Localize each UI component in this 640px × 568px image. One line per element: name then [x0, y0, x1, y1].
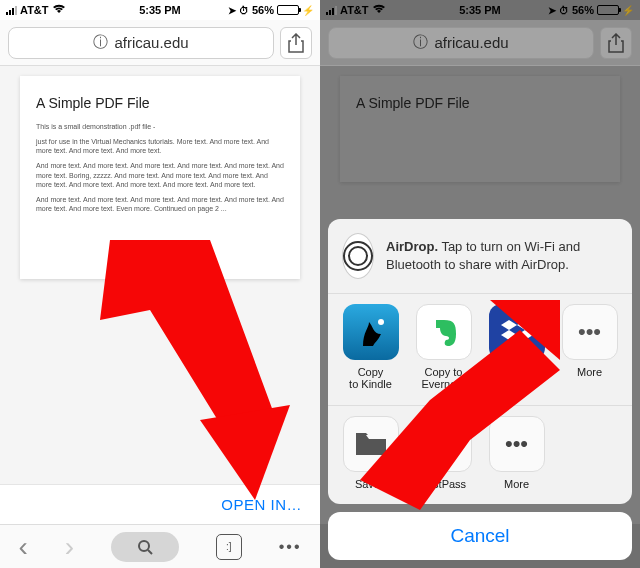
- doc-para: And more text. And more text. And more t…: [36, 195, 284, 213]
- doc-para: just for use in the Virtual Mechanics tu…: [36, 137, 284, 155]
- airdrop-text: AirDrop. Tap to turn on Wi-Fi and Blueto…: [386, 238, 618, 273]
- lastpass-icon: •••|: [416, 416, 472, 472]
- airdrop-icon: [342, 233, 374, 279]
- address-bar[interactable]: ⓘ africau.edu: [8, 27, 274, 59]
- share-actions-row[interactable]: Save t •••| LastPass ••• More: [328, 405, 632, 504]
- airdrop-row[interactable]: AirDrop. Tap to turn on Wi-Fi and Blueto…: [328, 219, 632, 293]
- share-sheet-card: AirDrop. Tap to turn on Wi-Fi and Blueto…: [328, 219, 632, 504]
- doc-para: And more text. And more text. And more t…: [36, 161, 284, 188]
- share-icon: [288, 33, 304, 53]
- kindle-icon: [343, 304, 399, 360]
- action-more[interactable]: ••• More: [482, 416, 552, 490]
- svg-point-0: [139, 541, 149, 551]
- share-sheet: AirDrop. Tap to turn on Wi-Fi and Blueto…: [328, 219, 632, 560]
- back-button[interactable]: ‹: [18, 531, 27, 563]
- cancel-label: Cancel: [450, 525, 509, 546]
- share-app-dropbox[interactable]: Copy toDropbox: [482, 304, 552, 391]
- left-phone: AT&T 5:35 PM ➤ ⏱ 56% ⚡ ⓘ africau.edu A S…: [0, 0, 320, 568]
- share-app-kindle[interactable]: Copyto Kindle: [336, 304, 406, 391]
- page-content[interactable]: A Simple PDF File This is a small demons…: [0, 66, 320, 524]
- bottom-toolbar: ‹ › :] •••: [0, 524, 320, 568]
- status-bar: AT&T 5:35 PM ➤ ⏱ 56% ⚡: [0, 0, 320, 20]
- svg-marker-7: [501, 330, 517, 340]
- share-app-label: Copy toDropbox: [496, 366, 538, 391]
- share-app-label: Copyto Kindle: [349, 366, 392, 391]
- svg-marker-5: [501, 320, 517, 330]
- site-info-icon[interactable]: ⓘ: [93, 33, 108, 52]
- share-button[interactable]: [280, 27, 312, 59]
- doc-para: This is a small demonstration .pdf file …: [36, 122, 284, 131]
- open-in-bar[interactable]: OPEN IN…: [0, 484, 320, 524]
- cancel-button[interactable]: Cancel: [328, 512, 632, 560]
- battery-icon: [277, 5, 299, 15]
- share-apps-row[interactable]: Copyto Kindle Copy toEvernote Copy toDro…: [328, 293, 632, 405]
- svg-point-4: [378, 319, 384, 325]
- folder-icon: [343, 416, 399, 472]
- dropbox-icon: [489, 304, 545, 360]
- action-label: Save t: [355, 478, 386, 490]
- right-phone: AT&T 5:35 PM ➤ ⏱ 56% ⚡ ⓘ africau.edu A S…: [320, 0, 640, 568]
- svg-marker-6: [517, 320, 533, 330]
- doc-title: A Simple PDF File: [36, 94, 284, 112]
- share-app-evernote[interactable]: Copy toEvernote: [409, 304, 479, 391]
- more-icon: •••: [562, 304, 618, 360]
- url-text: africau.edu: [114, 34, 188, 51]
- svg-line-1: [148, 550, 152, 554]
- share-app-label: Copy toEvernote: [421, 366, 465, 391]
- svg-marker-8: [517, 330, 533, 340]
- action-save-to-files[interactable]: Save t: [336, 416, 406, 490]
- more-icon: •••: [489, 416, 545, 472]
- open-in-label: OPEN IN…: [221, 496, 302, 513]
- action-lastpass[interactable]: •••| LastPass: [409, 416, 479, 490]
- search-icon: [137, 539, 153, 555]
- share-app-more[interactable]: ••• More: [555, 304, 625, 391]
- clock-label: 5:35 PM: [0, 4, 320, 16]
- tabs-button[interactable]: :]: [216, 534, 242, 560]
- more-button[interactable]: •••: [279, 538, 302, 556]
- action-label: More: [504, 478, 529, 490]
- share-app-label: More: [577, 366, 602, 379]
- forward-button[interactable]: ›: [65, 531, 74, 563]
- pdf-document: A Simple PDF File This is a small demons…: [20, 76, 300, 279]
- action-label: LastPass: [421, 478, 466, 490]
- evernote-icon: [416, 304, 472, 360]
- search-button[interactable]: [111, 532, 179, 562]
- address-bar-row: ⓘ africau.edu: [0, 20, 320, 66]
